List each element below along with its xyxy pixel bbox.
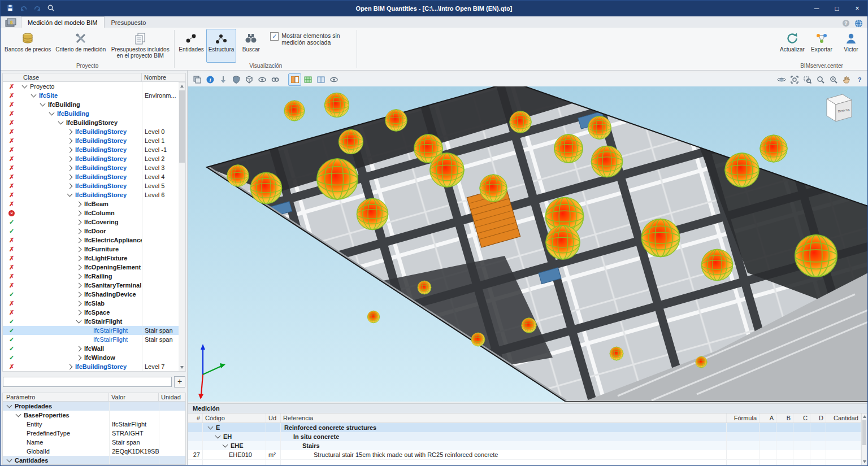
expand-icon[interactable] [76,310,82,315]
expand-icon[interactable] [76,210,82,216]
minimize-button[interactable]: ─ [806,1,827,16]
property-group-row[interactable]: Propiedades [3,402,185,411]
tree-row[interactable]: ✗ IfcRailing [3,272,179,281]
split-blue-icon[interactable] [314,73,327,86]
collapse-icon[interactable] [49,110,55,116]
tree-row[interactable]: ✓ IfcStairFlight Stair span [3,335,179,344]
measurement-sphere[interactable] [480,175,507,202]
expand-icon[interactable] [76,246,82,252]
medicion-scrollbar[interactable] [861,413,867,465]
tree-row[interactable]: × IfcColumn [3,208,179,217]
measurement-sphere[interactable] [471,333,485,346]
scroll-down-icon[interactable] [179,364,185,371]
info-icon[interactable]: i [203,73,216,86]
find-button[interactable] [45,2,57,15]
measurement-sphere[interactable] [250,172,281,203]
measurement-sphere[interactable] [588,116,611,140]
collapse-icon[interactable] [67,191,73,197]
tree-row[interactable]: ✗ IfcOpeningElement [3,263,179,272]
expand-icon[interactable] [67,147,73,153]
tree-row[interactable]: ✓ IfcDoor [3,227,179,236]
scroll-up-icon[interactable] [862,413,867,420]
collapse-icon[interactable] [208,424,214,430]
pan-icon[interactable] [840,73,853,86]
scroll-down-icon[interactable] [862,459,867,465]
collapse-icon[interactable] [22,83,28,89]
views-icon[interactable] [255,73,268,86]
measurement-sphere[interactable] [510,111,531,133]
tree-row[interactable]: ✗ IfcBuilding [3,109,179,118]
measurement-sphere[interactable] [701,249,732,280]
property-group-row[interactable]: Cantidades [3,456,185,465]
app-logo-icon[interactable]: $ [2,17,21,28]
undo-button[interactable] [18,2,30,15]
tree-row[interactable]: ✗ IfcBuildingStorey Level 7 [3,362,179,371]
tree-row[interactable]: ✓ IfcWindow [3,353,179,362]
buscar-button[interactable]: Buscar [236,29,266,63]
magnifier-icon[interactable] [827,73,840,86]
tab-medici-n-del-modelo-bim[interactable]: Medición del modelo BIM [21,16,105,28]
medicion-item-row[interactable]: 27 EHE010 m² Structural stair 15cm thick… [188,450,867,459]
measurement-sphere[interactable] [227,165,249,186]
property-row[interactable]: Name Stair span [3,438,185,447]
zoom-window-icon[interactable] [801,73,814,86]
link-icon[interactable] [268,73,281,86]
measurement-sphere[interactable] [522,318,536,333]
expand-icon[interactable] [76,355,82,360]
tree-row[interactable]: ✗ IfcBuildingStorey Level 4 [3,172,179,181]
tree-row[interactable]: ✗ IfcSlab [3,299,179,308]
expand-icon[interactable] [67,129,73,134]
presupuestos-incluidos-en-el-proyecto-bim-button[interactable]: Presupuestos incluidos en el proyecto BI… [108,29,172,63]
expand-icon[interactable] [76,346,82,351]
help-icon[interactable]: ? [853,73,866,86]
tree-row[interactable]: ✗ IfcLightFixture [3,254,179,263]
bancos-de-precios-button[interactable]: Bancos de precios [2,29,53,63]
property-subgroup-row[interactable]: BaseProperties [3,411,185,420]
show-unmeasured-checkbox[interactable]: ✓ Mostrar elementos sin medición asociad… [266,29,355,63]
expand-icon[interactable] [76,201,82,207]
measurement-sphere[interactable] [610,347,623,360]
criterio-de-medici-n-button[interactable]: Criterio de medición [53,29,108,63]
victor-button[interactable]: Victor [836,29,866,63]
view-cube[interactable]: Derecha [827,94,852,121]
collapse-icon[interactable] [31,92,37,98]
expand-icon[interactable] [76,264,82,270]
tree-row[interactable]: ✗ IfcBuildingStorey Level 6 [3,190,179,199]
entidades-button[interactable]: Entidades [176,29,206,63]
split-icon[interactable] [288,73,301,86]
expand-icon[interactable] [76,300,82,306]
measurement-sphere[interactable] [324,93,349,117]
expand-icon[interactable] [67,138,73,143]
tree-scrollbar[interactable] [179,82,186,372]
collapse-icon[interactable] [215,433,221,439]
measurement-sphere[interactable] [418,281,431,294]
measurement-sphere[interactable] [357,198,388,229]
scroll-up-icon[interactable] [179,82,185,90]
globe-icon[interactable] [854,19,863,28]
property-row[interactable]: GlobalId 2EQqK1DK19SB... [3,447,185,456]
measurement-sphere[interactable] [696,356,707,368]
tree-row[interactable]: ✓ IfcStairFlight Stair span [3,326,179,335]
tree-row[interactable]: ✗ IfcBuilding [3,100,179,109]
collapse-icon[interactable] [7,457,12,463]
collapse-icon[interactable] [40,101,46,107]
property-row[interactable]: PredefinedType STRAIGHT [3,429,185,438]
actualizar-button[interactable]: Actualizar [778,29,807,63]
shield-icon[interactable] [229,73,242,86]
tree-row[interactable]: ✗ IfcSanitaryTerminal [3,281,179,290]
plumb-icon[interactable] [216,73,229,86]
property-row[interactable]: Entity IfcStairFlight [3,420,185,429]
collapse-icon[interactable] [76,318,82,324]
measurement-sphere[interactable] [338,129,363,154]
tab-presupuesto[interactable]: Presupuesto [105,16,153,28]
orbit-icon[interactable] [775,73,788,86]
medicion-chapter-row[interactable]: EHE Stairs [188,441,867,450]
measurement-sphere[interactable] [760,135,787,162]
tree-row[interactable]: ✗ IfcElectricAppliance [3,236,179,245]
close-button[interactable]: × [847,1,867,16]
measurement-sphere[interactable] [554,134,583,163]
scrollbar-thumb[interactable] [179,90,185,163]
expand-icon[interactable] [76,291,82,297]
measurement-sphere[interactable] [317,159,358,199]
measurement-sphere[interactable] [284,101,305,121]
